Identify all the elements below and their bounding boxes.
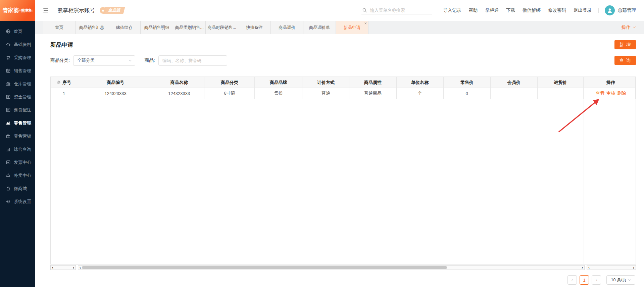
pagination: ‹ 1 › 10 条/页 — [50, 275, 636, 285]
col-purchase-price: 进货价 — [537, 77, 583, 88]
scrollbar-right-segment[interactable]: ‹ › — [587, 265, 636, 270]
cell-category: 6寸碗 — [204, 88, 255, 99]
tab-home[interactable]: 首页 — [43, 21, 76, 34]
tab-new-product-request[interactable]: 新品申请 × — [336, 21, 368, 34]
change-password-link[interactable]: 修改密码 — [548, 7, 566, 13]
product-search-input[interactable] — [158, 55, 227, 66]
current-page-button[interactable]: 1 — [580, 275, 589, 285]
scroll-left-icon[interactable]: ‹ — [587, 266, 591, 270]
download-link[interactable]: 下载 — [506, 7, 515, 13]
sidebar-item-query[interactable]: 综合查询 — [0, 143, 35, 156]
main-area: 熊掌柜演示账号 ★ 企业版 导入记录 帮助 掌柜通 下载 微信解绑 修改密码 退… — [35, 0, 644, 287]
col-seq[interactable]: 序号 — [51, 77, 77, 88]
cell-spacer — [583, 88, 586, 99]
import-records-link[interactable]: 导入记录 — [443, 7, 461, 13]
tab-sales-detail[interactable]: 商品销售明细 — [141, 21, 173, 34]
sidebar-item-micro-mall[interactable]: 微商城 — [0, 182, 35, 195]
help-link[interactable]: 帮助 — [469, 7, 478, 13]
sidebar-item-takeout[interactable]: 外卖中心 — [0, 169, 35, 182]
cell-member-price — [490, 88, 537, 99]
app-window: 管家婆®熊掌柜 首页 基础资料 采购管理 销售管理 仓库管理 — [0, 0, 644, 287]
sidebar-item-label: 综合查询 — [14, 146, 31, 152]
logout-link[interactable]: 退出登录 — [574, 7, 592, 13]
search-input[interactable] — [370, 8, 427, 13]
sidebar-item-label: 仓库管理 — [14, 81, 31, 87]
wechat-unbind-link[interactable]: 微信解绑 — [523, 7, 541, 13]
sidebar-item-label: 零售管理 — [14, 120, 31, 126]
sidebar-item-invoice[interactable]: 发票中心 — [0, 156, 35, 169]
invoice-icon — [6, 160, 11, 165]
filter-row: 商品分类: 全部分类 商品: 查 询 — [50, 55, 636, 66]
scroll-left-icon[interactable]: ‹ — [51, 266, 55, 270]
gear-icon[interactable] — [57, 80, 61, 84]
user-role-label[interactable]: 总部管理 — [618, 7, 636, 13]
col-unit: 单位名称 — [396, 77, 443, 88]
sidebar-item-home[interactable]: 首页 — [0, 25, 35, 38]
next-page-button[interactable]: › — [592, 275, 601, 285]
scrollbar-left-segment[interactable]: ‹ › — [50, 265, 76, 270]
tab-quick-notes[interactable]: 快捷备注 — [238, 21, 271, 34]
tab-price-adjust-order[interactable]: 商品调价单 — [303, 21, 336, 34]
sidebar-item-retail-marketing[interactable]: 零售营销 — [0, 130, 35, 143]
tab-stored-value[interactable]: 储值结存 — [108, 21, 141, 34]
sidebar: 管家婆®熊掌柜 首页 基础资料 采购管理 销售管理 仓库管理 — [0, 0, 35, 287]
add-button[interactable]: 新 增 — [614, 40, 636, 49]
header-divider — [598, 8, 599, 13]
sidebar-item-label: 系统设置 — [14, 199, 31, 205]
collapse-menu-icon[interactable] — [43, 7, 49, 13]
page-size-select[interactable]: 10 条/页 — [606, 275, 635, 285]
cell-product-name: 124323333 — [154, 88, 204, 99]
scrollbar-thumb[interactable] — [82, 266, 447, 269]
globe-icon — [6, 29, 11, 34]
sidebar-item-settings[interactable]: 系统设置 — [0, 195, 35, 208]
tab-price-adjust[interactable]: 商品调价 — [271, 21, 303, 34]
header-right: 导入记录 帮助 掌柜通 下载 微信解绑 修改密码 退出登录 总部管理 — [361, 5, 636, 15]
home-icon — [6, 42, 11, 47]
prev-page-button[interactable]: ‹ — [567, 275, 577, 285]
sidebar-item-label: 外卖中心 — [14, 173, 31, 179]
menu-search — [361, 6, 432, 14]
category-select-value: 全部分类 — [77, 57, 95, 63]
scroll-right-icon[interactable]: › — [632, 266, 636, 270]
scroll-right-icon[interactable]: › — [71, 266, 76, 270]
scroll-right-icon[interactable]: › — [580, 266, 584, 270]
cell-purchase-price — [537, 88, 583, 99]
category-select[interactable]: 全部分类 — [73, 55, 135, 66]
category-filter-label: 商品分类: — [50, 57, 70, 63]
cell-product-code: 124323333 — [77, 88, 154, 99]
tab-category-sales[interactable]: 商品类别销售... — [173, 21, 206, 34]
chevron-down-icon — [633, 25, 636, 28]
sidebar-item-retail-mgmt[interactable]: 零售管理 — [0, 116, 35, 130]
brand-logo-main: 管家婆 — [2, 7, 19, 14]
sidebar-item-purchase[interactable]: 采购管理 — [0, 51, 35, 64]
page-title: 新品申请 — [50, 41, 73, 49]
view-link[interactable]: 查看 — [596, 91, 604, 96]
avatar[interactable] — [605, 5, 615, 15]
sidebar-item-funds[interactable]: 资金管理 — [0, 90, 35, 103]
scrollbar-main-segment[interactable]: ‹ › — [78, 265, 585, 270]
sidebar-item-requisition[interactable]: 要货配送 — [0, 103, 35, 116]
tab-sales-summary[interactable]: 商品销售汇总 — [76, 21, 108, 34]
calendar-check-icon — [6, 68, 11, 73]
tab-period-sales[interactable]: 商品时段销售... — [206, 21, 238, 34]
sidebar-item-sales[interactable]: 销售管理 — [0, 64, 35, 77]
delete-link[interactable]: 删除 — [617, 91, 626, 96]
scroll-left-icon[interactable]: ‹ — [78, 266, 82, 270]
sidebar-item-base-data[interactable]: 基础资料 — [0, 38, 35, 51]
table-empty-area — [51, 99, 636, 264]
close-icon[interactable]: × — [364, 21, 367, 26]
col-spacer — [583, 77, 586, 88]
new-product-table: 序号 商品编号 商品名称 商品分类 商品品牌 计价方式 商品属性 单位名称 零售… — [50, 77, 636, 265]
zhangguitong-link[interactable]: 掌柜通 — [485, 7, 499, 13]
query-button[interactable]: 查 询 — [614, 56, 636, 65]
tab-actions-dropdown[interactable]: 操作 — [622, 21, 644, 34]
money-icon — [6, 94, 11, 99]
horizontal-scrollbars: ‹ › ‹ › ‹ › — [50, 265, 636, 270]
edition-badge: ★ 企业版 — [100, 7, 124, 14]
cell-pricing-method: 普通 — [302, 88, 349, 99]
sidebar-item-label: 首页 — [14, 29, 22, 35]
sidebar-item-label: 零售营销 — [14, 133, 31, 139]
audit-link[interactable]: 审核 — [606, 91, 615, 96]
sidebar-item-warehouse[interactable]: 仓库管理 — [0, 77, 35, 90]
sidebar-item-label: 发票中心 — [14, 159, 31, 165]
